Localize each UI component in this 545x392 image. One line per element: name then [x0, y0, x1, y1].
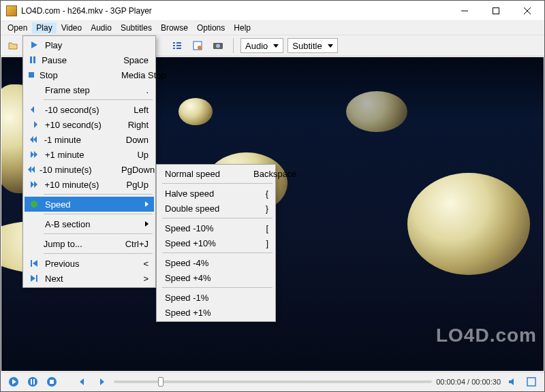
minimize-button[interactable] [449, 1, 480, 21]
svg-rect-22 [31, 379, 32, 385]
menu-item-halve-speed[interactable]: Halve speed{ [158, 186, 274, 201]
svg-rect-4 [173, 42, 175, 44]
audio-label: Audio [245, 41, 268, 51]
speed-icon [27, 199, 41, 210]
svg-rect-7 [176, 45, 181, 46]
menu-audio[interactable]: Audio [87, 22, 116, 33]
menu-play[interactable]: Play [32, 22, 56, 33]
menu-item-stop[interactable]: StopMedia Stop [25, 67, 154, 82]
svg-point-21 [28, 377, 37, 387]
dropdown-caret-icon [273, 44, 279, 48]
menu-item-speed-plus-1[interactable]: Speed +1% [158, 305, 274, 320]
menu-item-fwd-1m[interactable]: +1 minuteUp [25, 147, 154, 162]
playlist-button[interactable] [169, 37, 185, 54]
previous-icon [27, 258, 41, 269]
menu-browse[interactable]: Browse [157, 22, 192, 33]
play-icon [27, 39, 41, 50]
forward-icon [27, 119, 41, 130]
svg-rect-18 [31, 260, 32, 267]
window-title: LO4D.com - h264.mkv - 3GP Player [21, 6, 449, 16]
svg-point-17 [31, 201, 37, 208]
rewind-more-icon [27, 164, 35, 175]
svg-rect-16 [29, 72, 34, 78]
forward-fast-icon [27, 149, 41, 160]
open-file-button[interactable] [5, 37, 21, 54]
dropdown-caret-icon [328, 44, 333, 48]
menu-item-ab-section[interactable]: A-B section [25, 216, 154, 231]
menu-subtitles[interactable]: Subtitles [116, 22, 156, 33]
audio-dropdown[interactable]: Audio [240, 38, 283, 53]
menu-item-previous[interactable]: Previous< [25, 256, 154, 271]
subtitle-dropdown[interactable]: Subtitle [287, 38, 337, 53]
play-button[interactable] [6, 374, 21, 389]
menu-item-next[interactable]: Next> [25, 271, 154, 286]
svg-rect-6 [173, 45, 175, 46]
stop-icon [27, 69, 35, 80]
speed-submenu: Normal speedBackspace Halve speed{ Doubl… [156, 164, 276, 322]
forward-more-icon [27, 179, 40, 190]
subtitle-label: Subtitle [292, 41, 322, 51]
screenshot-button[interactable] [210, 37, 226, 54]
seek-back-button[interactable] [76, 374, 91, 389]
mute-button[interactable] [505, 374, 520, 389]
watermark: LO4D.com [436, 325, 537, 346]
pause-button[interactable] [25, 374, 40, 389]
control-bar: 00:00:04 / 00:00:30 [1, 372, 544, 391]
svg-rect-5 [176, 42, 181, 44]
menu-item-speed-plus-10[interactable]: Speed +10%] [158, 235, 274, 250]
seek-thumb[interactable] [158, 377, 164, 387]
svg-rect-8 [173, 48, 175, 49]
submenu-arrow-icon [145, 221, 149, 227]
window-buttons [449, 1, 543, 21]
time-display: 00:00:04 / 00:00:30 [436, 378, 501, 386]
svg-rect-15 [33, 56, 35, 63]
menu-item-speed[interactable]: Speed [25, 197, 154, 212]
menu-bar: Open Play Video Audio Subtitles Browse O… [1, 21, 544, 35]
menu-item-frame-step[interactable]: Frame step. [25, 82, 154, 97]
seek-fwd-button[interactable] [95, 374, 110, 389]
rewind-fast-icon [27, 134, 40, 145]
close-button[interactable] [512, 1, 543, 21]
menu-item-fwd-10s[interactable]: +10 second(s)Right [25, 117, 154, 132]
svg-point-11 [198, 46, 202, 50]
menu-help[interactable]: Help [230, 22, 255, 33]
svg-rect-19 [36, 275, 37, 282]
svg-rect-26 [527, 378, 535, 386]
svg-point-13 [216, 44, 220, 48]
rewind-icon [27, 104, 41, 115]
menu-item-speed-minus-10[interactable]: Speed -10%[ [158, 220, 274, 235]
title-bar: LO4D.com - h264.mkv - 3GP Player [1, 1, 544, 21]
properties-button[interactable] [189, 37, 206, 54]
menu-item-speed-plus-4[interactable]: Speed +4% [158, 270, 274, 285]
svg-rect-23 [33, 379, 35, 385]
stop-button[interactable] [44, 374, 59, 389]
menu-item-back-10m[interactable]: -10 minute(s)PgDown [25, 162, 154, 177]
svg-rect-1 [493, 7, 499, 14]
menu-item-back-10s[interactable]: -10 second(s)Left [25, 102, 154, 117]
menu-item-pause[interactable]: PauseSpace [25, 52, 154, 67]
separator [233, 38, 234, 53]
menu-item-back-1m[interactable]: -1 minuteDown [25, 132, 154, 147]
next-icon [27, 273, 41, 284]
menu-options[interactable]: Options [193, 22, 229, 33]
seek-slider[interactable] [114, 376, 432, 387]
app-icon [6, 5, 17, 16]
menu-open[interactable]: Open [3, 22, 31, 33]
play-menu: Play PauseSpace StopMedia Stop Frame ste… [22, 35, 156, 288]
menu-item-speed-minus-4[interactable]: Speed -4% [158, 255, 274, 270]
svg-rect-9 [176, 48, 181, 49]
maximize-button[interactable] [480, 1, 512, 21]
pause-icon [27, 54, 37, 65]
menu-item-speed-minus-1[interactable]: Speed -1% [158, 290, 274, 305]
fullscreen-button[interactable] [524, 374, 539, 389]
submenu-arrow-icon [145, 201, 149, 207]
menu-item-fwd-10m[interactable]: +10 minute(s)PgUp [25, 177, 154, 192]
menu-item-play[interactable]: Play [25, 37, 154, 52]
menu-item-double-speed[interactable]: Double speed} [158, 201, 274, 216]
menu-item-jump-to[interactable]: Jump to...Ctrl+J [25, 236, 154, 251]
svg-rect-25 [50, 380, 54, 384]
menu-video[interactable]: Video [57, 22, 86, 33]
menu-item-normal-speed[interactable]: Normal speedBackspace [158, 166, 274, 181]
svg-rect-14 [30, 56, 32, 63]
